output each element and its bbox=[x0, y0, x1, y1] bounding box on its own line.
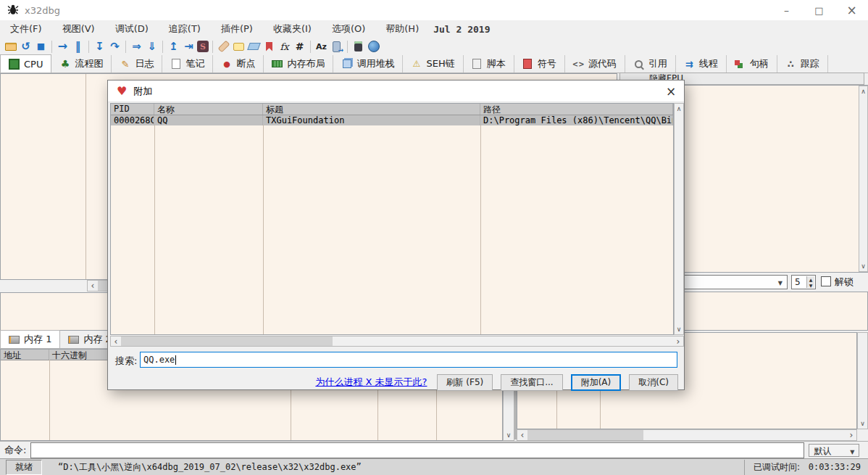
step-over-icon[interactable] bbox=[108, 39, 122, 54]
depth-spinner[interactable]: 5 ▲▼ bbox=[791, 275, 816, 289]
threads-icon bbox=[684, 59, 695, 70]
scroll-left-icon[interactable] bbox=[111, 336, 121, 346]
tab-label: 调用堆栈 bbox=[356, 57, 394, 70]
tab-cpu[interactable]: CPU bbox=[0, 54, 51, 73]
calculator-icon[interactable] bbox=[351, 39, 365, 54]
process-table-hscrollbar[interactable] bbox=[110, 336, 684, 347]
memory-map-icon bbox=[272, 59, 283, 70]
run-icon[interactable] bbox=[56, 39, 70, 54]
scroll-down-icon[interactable] bbox=[675, 324, 683, 334]
tab-references[interactable]: 引用 bbox=[625, 55, 676, 73]
tab-seh-chain[interactable]: SEH链 bbox=[403, 55, 463, 73]
menu-trace[interactable]: 追踪(T) bbox=[159, 20, 211, 38]
internet-icon[interactable] bbox=[367, 39, 380, 54]
animate-into-icon[interactable] bbox=[130, 39, 143, 54]
tab-trace[interactable]: 跟踪 bbox=[777, 55, 828, 73]
spinner-arrows-icon[interactable]: ▲▼ bbox=[806, 276, 814, 288]
attach-button[interactable]: 附加(A) bbox=[571, 374, 622, 391]
command-input[interactable] bbox=[30, 442, 804, 458]
toolbar-separator bbox=[212, 41, 213, 53]
scroll-left-icon[interactable] bbox=[517, 430, 527, 440]
bookmarks-icon[interactable] bbox=[262, 39, 276, 54]
maximize-button[interactable] bbox=[803, 0, 835, 20]
scroll-down-icon[interactable] bbox=[859, 261, 867, 271]
tab-log[interactable]: 日志 bbox=[112, 55, 162, 73]
find-window-button[interactable]: 查找窗口... bbox=[501, 374, 562, 391]
tab-dump-1[interactable]: 内存 1 bbox=[0, 330, 60, 348]
scrollbar-thumb[interactable] bbox=[527, 430, 643, 440]
tab-threads[interactable]: 线程 bbox=[676, 55, 727, 73]
tab-memory-map[interactable]: 内存布局 bbox=[264, 55, 333, 73]
cancel-button[interactable]: 取消(C) bbox=[629, 374, 678, 391]
dialog-title-bar[interactable]: 附加 bbox=[108, 80, 684, 102]
why-not-shown-link[interactable]: 为什么进程 X 未显示于此? bbox=[315, 376, 427, 389]
col-title[interactable]: 标题 bbox=[263, 104, 480, 115]
tab-script[interactable]: 脚本 bbox=[464, 55, 514, 73]
scroll-right-icon[interactable] bbox=[673, 336, 683, 346]
run-to-user-code-icon[interactable] bbox=[182, 39, 196, 54]
dump-gridline bbox=[49, 360, 50, 440]
seh-icon[interactable] bbox=[197, 41, 209, 52]
process-row-selected[interactable]: 0000268C QQ TXGuiFoundation D:\Program F… bbox=[111, 115, 673, 125]
tab-call-stack[interactable]: 调用堆栈 bbox=[333, 55, 403, 73]
menu-file[interactable]: 文件(F) bbox=[0, 20, 52, 38]
stack-vscrollbar[interactable] bbox=[857, 332, 868, 429]
minimize-button[interactable] bbox=[770, 0, 803, 20]
step-into-icon[interactable] bbox=[93, 39, 107, 54]
disassembly-splitter[interactable] bbox=[85, 74, 86, 279]
col-pid[interactable]: PID bbox=[111, 104, 154, 115]
functions-icon[interactable] bbox=[277, 39, 291, 54]
menu-debug[interactable]: 调试(D) bbox=[105, 20, 159, 38]
pause-icon[interactable] bbox=[71, 39, 85, 54]
menu-plugins[interactable]: 插件(P) bbox=[211, 20, 263, 38]
scrollbar-thumb[interactable] bbox=[121, 336, 333, 346]
menu-options[interactable]: 选项(O) bbox=[322, 20, 375, 38]
scroll-up-icon[interactable] bbox=[859, 86, 867, 96]
menu-view[interactable]: 视图(V) bbox=[52, 20, 105, 38]
step-out-icon[interactable] bbox=[167, 39, 180, 54]
modules-icon[interactable] bbox=[330, 39, 343, 54]
toolbar-separator bbox=[310, 41, 311, 53]
open-file-icon[interactable] bbox=[4, 39, 17, 54]
labels-icon[interactable] bbox=[247, 39, 261, 54]
close-button[interactable] bbox=[835, 0, 868, 20]
table-gridline bbox=[263, 125, 264, 334]
scroll-left-icon[interactable] bbox=[88, 281, 98, 291]
comments-icon[interactable] bbox=[232, 39, 246, 54]
refresh-button[interactable]: 刷新 (F5) bbox=[437, 374, 493, 391]
profile-value: 默认 bbox=[814, 446, 831, 456]
tab-label: 源代码 bbox=[588, 57, 617, 70]
heart-icon bbox=[117, 84, 127, 98]
case-sensitive-icon[interactable] bbox=[314, 39, 328, 54]
process-table-vscrollbar[interactable] bbox=[674, 103, 684, 335]
unlock-checkbox[interactable] bbox=[821, 276, 831, 286]
tab-symbols[interactable]: 符号 bbox=[514, 55, 565, 73]
command-profile-dropdown[interactable]: 默认 bbox=[809, 444, 859, 457]
tab-breakpoints[interactable]: 断点 bbox=[213, 55, 264, 73]
process-table[interactable]: PID 名称 标题 路径 0000268C QQ TXGuiFoundation… bbox=[110, 103, 674, 335]
scroll-down-icon[interactable] bbox=[858, 418, 867, 429]
col-path[interactable]: 路径 bbox=[480, 104, 673, 115]
registers-vscrollbar[interactable] bbox=[859, 86, 868, 272]
menu-help[interactable]: 帮助(H) bbox=[375, 20, 429, 38]
patches-icon[interactable] bbox=[217, 39, 230, 54]
scroll-right-icon[interactable] bbox=[846, 430, 856, 440]
tab-handles[interactable]: 句柄 bbox=[727, 55, 777, 73]
restart-icon[interactable] bbox=[19, 39, 33, 54]
search-input[interactable]: QQ.exe bbox=[140, 352, 677, 368]
scroll-down-icon[interactable] bbox=[504, 430, 514, 440]
seh-chain-icon bbox=[411, 59, 422, 70]
animate-over-icon[interactable] bbox=[145, 39, 159, 54]
hash-icon[interactable] bbox=[293, 39, 306, 54]
col-name[interactable]: 名称 bbox=[154, 104, 263, 115]
menu-favourites[interactable]: 收藏夹(I) bbox=[263, 20, 322, 38]
stop-icon[interactable] bbox=[34, 39, 48, 54]
tab-source[interactable]: 源代码 bbox=[565, 55, 625, 73]
scroll-up-icon[interactable] bbox=[675, 104, 683, 114]
tab-graph[interactable]: 流程图 bbox=[51, 55, 112, 73]
dialog-close-button[interactable]: × bbox=[661, 82, 681, 101]
tab-notes[interactable]: 笔记 bbox=[162, 55, 213, 73]
call-stack-icon bbox=[341, 59, 352, 70]
window-title: x32dbg bbox=[25, 5, 60, 16]
stack-hscrollbar[interactable] bbox=[517, 429, 857, 441]
